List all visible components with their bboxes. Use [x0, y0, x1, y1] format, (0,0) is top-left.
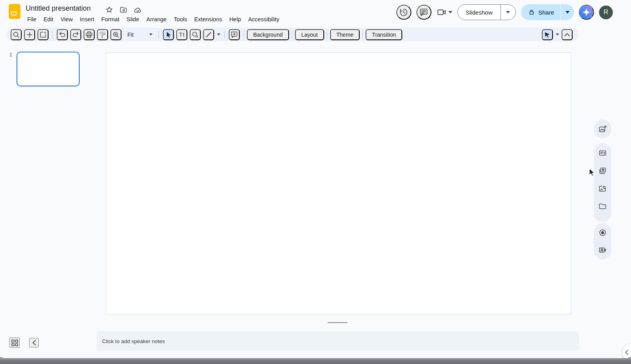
shape-icon — [191, 31, 199, 39]
menu-item-file[interactable]: File — [24, 15, 40, 23]
card-layout-icon — [598, 149, 607, 157]
hide-menus-button[interactable] — [562, 29, 573, 40]
insert-comment-button[interactable] — [229, 29, 240, 40]
pointer-mode-options-button[interactable] — [554, 29, 560, 40]
star-icon — [105, 6, 113, 14]
menu-item-insert[interactable]: Insert — [77, 15, 98, 23]
slides-logo[interactable] — [9, 4, 21, 19]
print-button[interactable] — [84, 29, 95, 40]
theme-button[interactable]: Theme — [330, 29, 360, 40]
chevron-left-icon — [625, 350, 628, 355]
select-arrow-icon — [165, 31, 172, 38]
image-search-button[interactable] — [596, 182, 609, 195]
redo-button[interactable] — [70, 29, 81, 40]
menu-item-accessibility[interactable]: Accessibility — [245, 15, 283, 23]
slide-canvas[interactable] — [106, 52, 571, 314]
new-slide-button[interactable] — [24, 29, 35, 40]
zoom-in-icon — [112, 31, 120, 39]
line-icon — [205, 31, 212, 38]
grid-view-icon — [11, 339, 19, 347]
shape-tool-button[interactable] — [190, 29, 201, 40]
toolbar-divider — [52, 31, 53, 39]
menu-item-extensions[interactable]: Extensions — [190, 15, 226, 23]
undo-button[interactable] — [57, 29, 68, 40]
gemini-icon — [579, 5, 594, 20]
new-slide-from-template-button[interactable] — [37, 29, 49, 40]
toolbar-divider — [327, 31, 327, 39]
slide-thumbnail-1[interactable] — [17, 52, 80, 86]
slideshow-options-button[interactable] — [500, 5, 515, 20]
folder-move-icon — [119, 6, 127, 14]
toolbar: Fit Tt — [6, 28, 579, 41]
photo-stack-button[interactable] — [596, 164, 609, 177]
account-avatar[interactable]: R — [599, 6, 613, 19]
comment-icon — [419, 7, 429, 17]
background-button[interactable]: Background — [247, 29, 289, 40]
app-content: Untitled presentation — [0, 0, 631, 358]
pointer-mode-button[interactable] — [542, 29, 553, 40]
star-button[interactable] — [105, 5, 114, 15]
comments-button[interactable] — [416, 5, 431, 20]
avatar-letter: R — [604, 9, 609, 16]
toolbar-divider — [224, 31, 225, 39]
share-split-button: Share — [521, 4, 574, 20]
menu-item-slide[interactable]: Slide — [123, 15, 143, 23]
line-tool-button[interactable] — [203, 29, 214, 40]
share-label: Share — [538, 9, 554, 16]
paint-format-button[interactable] — [97, 29, 108, 40]
notes-resize-handle[interactable] — [328, 322, 347, 323]
zoom-select[interactable]: Fit — [123, 29, 155, 40]
meet-button[interactable] — [437, 7, 452, 17]
camera-record-button[interactable] — [596, 244, 609, 256]
document-title[interactable]: Untitled presentation — [26, 4, 91, 13]
select-tool-button[interactable] — [163, 29, 174, 40]
version-history-button[interactable] — [396, 5, 411, 20]
chevron-down-icon — [149, 34, 153, 35]
slideshow-button[interactable]: Slideshow — [458, 5, 500, 20]
menu-item-format[interactable]: Format — [98, 15, 123, 23]
move-button[interactable] — [119, 5, 128, 15]
add-image-icon — [598, 125, 607, 133]
grid-view-button[interactable] — [9, 338, 20, 348]
undo-icon — [58, 31, 66, 39]
zoom-button[interactable] — [110, 29, 121, 40]
transition-button[interactable]: Transition — [366, 29, 402, 40]
slide-sparkle-icon — [39, 31, 47, 39]
slideshow-split-button: Slideshow — [457, 4, 516, 20]
menu-item-tools[interactable]: Tools — [170, 15, 191, 23]
layout-panel-button[interactable] — [596, 147, 609, 159]
image-search-icon — [598, 184, 607, 193]
folder-button[interactable] — [596, 200, 609, 213]
gemini-button[interactable] — [579, 5, 594, 20]
record-button[interactable] — [596, 226, 609, 239]
line-tool-options-button[interactable] — [215, 29, 222, 40]
video-camera-icon — [437, 7, 447, 17]
document-status-button[interactable] — [133, 5, 142, 15]
right-rail-group-middle — [594, 143, 611, 222]
text-box-icon: Tt — [179, 31, 185, 38]
collapse-filmstrip-button[interactable] — [29, 338, 39, 347]
print-icon — [85, 31, 93, 39]
toolbar-divider — [159, 31, 159, 39]
chevron-down-icon — [566, 11, 569, 13]
search-menus-button[interactable] — [11, 29, 22, 40]
toolbar-divider — [362, 31, 363, 39]
right-rail-group-bottom — [594, 223, 611, 259]
speaker-notes-input[interactable]: Click to add speaker notes — [97, 331, 579, 351]
menu-item-edit[interactable]: Edit — [40, 15, 57, 23]
layout-button[interactable]: Layout — [295, 29, 324, 40]
share-options-button[interactable] — [560, 4, 574, 20]
share-button[interactable]: Share — [521, 4, 560, 20]
zoom-value: Fit — [127, 32, 134, 38]
chevron-down-icon — [217, 34, 220, 35]
show-side-panel-button[interactable] — [622, 343, 631, 358]
insert-image-button[interactable] — [596, 123, 609, 135]
menu-item-arrange[interactable]: Arrange — [143, 15, 170, 23]
toolbar-divider — [244, 31, 244, 39]
right-rail-group-top — [594, 119, 611, 138]
search-icon — [12, 31, 20, 39]
laser-pointer-icon — [544, 31, 551, 38]
menu-item-help[interactable]: Help — [226, 15, 245, 23]
menu-item-view[interactable]: View — [57, 15, 76, 23]
text-box-tool-button[interactable]: Tt — [176, 29, 187, 40]
